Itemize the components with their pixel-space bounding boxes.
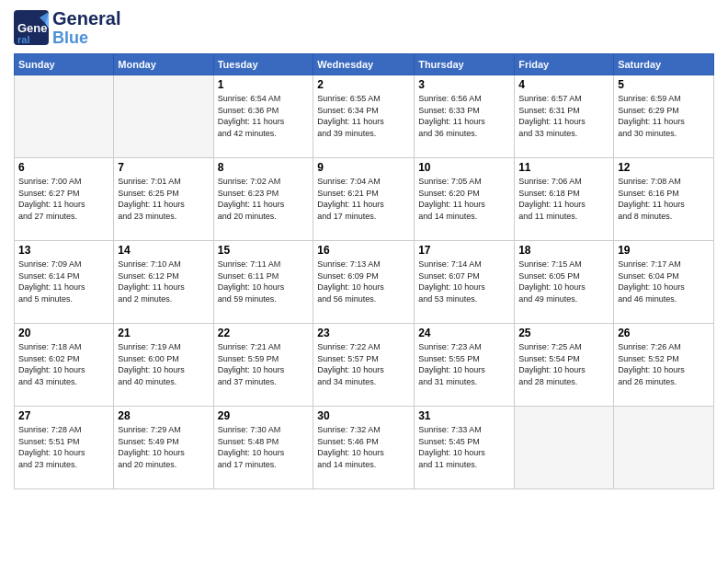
calendar-cell: 18Sunrise: 7:15 AM Sunset: 6:05 PM Dayli…	[515, 241, 614, 324]
day-number: 10	[418, 161, 510, 174]
day-number: 22	[218, 327, 310, 339]
calendar-cell: 25Sunrise: 7:25 AM Sunset: 5:54 PM Dayli…	[515, 324, 614, 407]
day-number: 6	[18, 161, 109, 174]
day-number: 19	[618, 244, 710, 257]
day-number: 9	[317, 161, 410, 174]
day-info: Sunrise: 7:08 AM Sunset: 6:16 PM Dayligh…	[618, 176, 710, 222]
calendar-day-header: Wednesday	[313, 54, 415, 75]
day-info: Sunrise: 6:57 AM Sunset: 6:31 PM Dayligh…	[518, 93, 609, 139]
day-number: 16	[317, 244, 410, 257]
calendar-cell	[114, 75, 213, 158]
day-info: Sunrise: 7:11 AM Sunset: 6:11 PM Dayligh…	[218, 259, 310, 304]
day-number: 27	[18, 409, 109, 422]
day-info: Sunrise: 7:33 AM Sunset: 5:45 PM Dayligh…	[418, 424, 510, 470]
day-number: 12	[618, 161, 710, 174]
calendar-cell: 1Sunrise: 6:54 AM Sunset: 6:36 PM Daylig…	[213, 75, 313, 158]
day-info: Sunrise: 7:00 AM Sunset: 6:27 PM Dayligh…	[18, 176, 109, 222]
day-number: 13	[18, 244, 109, 257]
calendar-day-header: Saturday	[614, 54, 714, 75]
day-number: 29	[218, 409, 310, 422]
day-number: 31	[418, 409, 510, 422]
calendar-cell: 7Sunrise: 7:01 AM Sunset: 6:25 PM Daylig…	[114, 158, 213, 241]
calendar-cell: 9Sunrise: 7:04 AM Sunset: 6:21 PM Daylig…	[313, 158, 415, 241]
day-number: 15	[218, 244, 310, 257]
calendar-day-header: Thursday	[415, 54, 515, 75]
day-info: Sunrise: 7:02 AM Sunset: 6:23 PM Dayligh…	[218, 176, 310, 222]
calendar-cell: 5Sunrise: 6:59 AM Sunset: 6:29 PM Daylig…	[614, 75, 714, 158]
calendar-cell: 22Sunrise: 7:21 AM Sunset: 5:59 PM Dayli…	[213, 324, 313, 407]
day-number: 24	[418, 327, 510, 339]
calendar-table: SundayMondayTuesdayWednesdayThursdayFrid…	[14, 53, 714, 489]
calendar-cell: 8Sunrise: 7:02 AM Sunset: 6:23 PM Daylig…	[213, 158, 313, 241]
day-info: Sunrise: 7:26 AM Sunset: 5:52 PM Dayligh…	[618, 341, 710, 387]
calendar-week-row: 1Sunrise: 6:54 AM Sunset: 6:36 PM Daylig…	[15, 75, 714, 158]
calendar-cell: 24Sunrise: 7:23 AM Sunset: 5:55 PM Dayli…	[415, 324, 515, 407]
calendar-week-row: 27Sunrise: 7:28 AM Sunset: 5:51 PM Dayli…	[15, 407, 714, 489]
day-info: Sunrise: 7:14 AM Sunset: 6:07 PM Dayligh…	[418, 259, 510, 304]
day-number: 3	[418, 78, 510, 91]
calendar-cell: 10Sunrise: 7:05 AM Sunset: 6:20 PM Dayli…	[415, 158, 515, 241]
calendar-cell: 4Sunrise: 6:57 AM Sunset: 6:31 PM Daylig…	[515, 75, 614, 158]
logo-icon: Gene ral	[14, 10, 49, 45]
day-info: Sunrise: 7:06 AM Sunset: 6:18 PM Dayligh…	[518, 176, 609, 222]
day-info: Sunrise: 7:09 AM Sunset: 6:14 PM Dayligh…	[18, 259, 109, 304]
calendar-cell: 11Sunrise: 7:06 AM Sunset: 6:18 PM Dayli…	[515, 158, 614, 241]
calendar-header-row: SundayMondayTuesdayWednesdayThursdayFrid…	[15, 54, 714, 75]
day-info: Sunrise: 7:04 AM Sunset: 6:21 PM Dayligh…	[317, 176, 410, 222]
calendar-week-row: 6Sunrise: 7:00 AM Sunset: 6:27 PM Daylig…	[15, 158, 714, 241]
day-number: 1	[218, 78, 310, 91]
day-number: 7	[118, 161, 209, 174]
day-info: Sunrise: 6:55 AM Sunset: 6:34 PM Dayligh…	[317, 93, 410, 139]
day-number: 30	[317, 409, 410, 422]
day-number: 21	[118, 327, 209, 339]
day-info: Sunrise: 7:25 AM Sunset: 5:54 PM Dayligh…	[518, 341, 609, 387]
day-info: Sunrise: 6:54 AM Sunset: 6:36 PM Dayligh…	[218, 93, 310, 139]
day-info: Sunrise: 6:56 AM Sunset: 6:33 PM Dayligh…	[418, 93, 510, 139]
calendar-day-header: Monday	[114, 54, 213, 75]
day-info: Sunrise: 7:28 AM Sunset: 5:51 PM Dayligh…	[18, 424, 109, 470]
svg-text:ral: ral	[17, 34, 29, 45]
calendar-cell: 30Sunrise: 7:32 AM Sunset: 5:46 PM Dayli…	[313, 407, 415, 489]
calendar-week-row: 13Sunrise: 7:09 AM Sunset: 6:14 PM Dayli…	[15, 241, 714, 324]
day-number: 14	[118, 244, 209, 257]
day-info: Sunrise: 7:17 AM Sunset: 6:04 PM Dayligh…	[618, 259, 710, 304]
day-info: Sunrise: 7:21 AM Sunset: 5:59 PM Dayligh…	[218, 341, 310, 387]
calendar-week-row: 20Sunrise: 7:18 AM Sunset: 6:02 PM Dayli…	[15, 324, 714, 407]
calendar-cell: 12Sunrise: 7:08 AM Sunset: 6:16 PM Dayli…	[614, 158, 714, 241]
day-number: 26	[618, 327, 710, 339]
day-number: 18	[518, 244, 609, 257]
day-info: Sunrise: 7:01 AM Sunset: 6:25 PM Dayligh…	[118, 176, 209, 222]
calendar-cell: 26Sunrise: 7:26 AM Sunset: 5:52 PM Dayli…	[614, 324, 714, 407]
calendar-cell: 20Sunrise: 7:18 AM Sunset: 6:02 PM Dayli…	[15, 324, 114, 407]
day-info: Sunrise: 7:10 AM Sunset: 6:12 PM Dayligh…	[118, 259, 209, 304]
day-number: 28	[118, 409, 209, 422]
day-info: Sunrise: 6:59 AM Sunset: 6:29 PM Dayligh…	[618, 93, 710, 139]
day-number: 8	[218, 161, 310, 174]
calendar-cell: 6Sunrise: 7:00 AM Sunset: 6:27 PM Daylig…	[15, 158, 114, 241]
day-number: 23	[317, 327, 410, 339]
day-number: 20	[18, 327, 109, 339]
calendar-cell: 23Sunrise: 7:22 AM Sunset: 5:57 PM Dayli…	[313, 324, 415, 407]
day-number: 4	[518, 78, 609, 91]
header: Gene ral General Blue	[14, 9, 714, 46]
day-info: Sunrise: 7:30 AM Sunset: 5:48 PM Dayligh…	[218, 424, 310, 470]
calendar-cell: 15Sunrise: 7:11 AM Sunset: 6:11 PM Dayli…	[213, 241, 313, 324]
calendar-cell: 13Sunrise: 7:09 AM Sunset: 6:14 PM Dayli…	[15, 241, 114, 324]
day-number: 2	[317, 78, 410, 91]
calendar-cell: 14Sunrise: 7:10 AM Sunset: 6:12 PM Dayli…	[114, 241, 213, 324]
day-info: Sunrise: 7:22 AM Sunset: 5:57 PM Dayligh…	[317, 341, 410, 387]
day-number: 25	[518, 327, 609, 339]
day-number: 5	[618, 78, 710, 91]
calendar-cell: 21Sunrise: 7:19 AM Sunset: 6:00 PM Dayli…	[114, 324, 213, 407]
calendar-cell: 28Sunrise: 7:29 AM Sunset: 5:49 PM Dayli…	[114, 407, 213, 489]
calendar-day-header: Tuesday	[213, 54, 313, 75]
page-container: Gene ral General Blue SundayMondayTuesda…	[0, 0, 728, 499]
day-info: Sunrise: 7:05 AM Sunset: 6:20 PM Dayligh…	[418, 176, 510, 222]
day-info: Sunrise: 7:18 AM Sunset: 6:02 PM Dayligh…	[18, 341, 109, 387]
calendar-cell	[515, 407, 614, 489]
calendar-cell: 16Sunrise: 7:13 AM Sunset: 6:09 PM Dayli…	[313, 241, 415, 324]
calendar-cell: 2Sunrise: 6:55 AM Sunset: 6:34 PM Daylig…	[313, 75, 415, 158]
day-number: 11	[518, 161, 609, 174]
calendar-day-header: Friday	[515, 54, 614, 75]
calendar-cell: 29Sunrise: 7:30 AM Sunset: 5:48 PM Dayli…	[213, 407, 313, 489]
